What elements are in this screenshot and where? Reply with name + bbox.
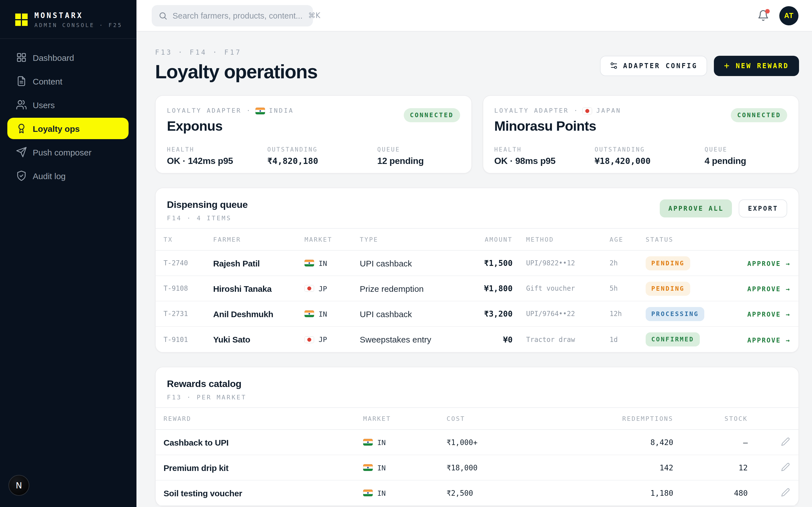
market-code: JP — [319, 284, 327, 293]
tx-id: T-2740 — [163, 259, 213, 267]
market-code: IN — [377, 438, 386, 446]
adapter-eyebrow-text: LOYALTY ADAPTER · — [167, 107, 252, 114]
market-code: IN — [319, 309, 327, 318]
market-cell: JP — [305, 284, 360, 293]
edit-reward-button[interactable] — [780, 488, 791, 498]
age: 2h — [610, 259, 646, 267]
amount: ¥0 — [460, 335, 513, 344]
audit-icon — [16, 170, 27, 181]
flag-jp-icon — [583, 107, 592, 114]
logo-text: MONSTARX ADMIN CONSOLE · F25 — [35, 11, 122, 28]
adapter-config-button[interactable]: ADAPTER CONFIG — [600, 55, 707, 76]
sidebar-item-label: Audit log — [33, 171, 66, 180]
page-header-left: F13 · F14 · F17 Loyalty operations — [155, 48, 317, 83]
amount: ₹1,500 — [460, 259, 513, 268]
search-icon — [158, 11, 167, 20]
sidebar-item-loyalty-ops[interactable]: Loyalty ops — [7, 118, 129, 139]
amount: ₹3,200 — [460, 309, 513, 318]
plus-icon: + — [724, 60, 731, 71]
approve-button[interactable]: APPROVE → — [748, 260, 791, 268]
nextjs-dev-button[interactable]: N — [8, 475, 29, 496]
adapter-card: LOYALTY ADAPTER ·JAPANMinorasu PointsCON… — [483, 95, 799, 173]
farmer-name: Hiroshi Tanaka — [213, 284, 305, 293]
approve-button[interactable]: APPROVE → — [748, 336, 791, 344]
sidebar-item-content[interactable]: Content — [7, 70, 129, 92]
export-button[interactable]: EXPORT — [739, 200, 787, 217]
adapter-stat: OUTSTANDING¥18,420,000 — [595, 146, 705, 166]
adapter-country: INDIA — [269, 107, 294, 114]
stat-value: 12 pending — [377, 156, 460, 166]
sidebar-nav: DashboardContentUsersLoyalty opsPush com… — [0, 39, 137, 186]
flag-in-icon — [363, 464, 373, 471]
redemptions: 1,180 — [588, 489, 673, 497]
app-subtitle: ADMIN CONSOLE · F25 — [35, 22, 122, 28]
market-cell: IN — [363, 438, 447, 446]
cost: ₹1,000+ — [447, 438, 588, 446]
age: 12h — [610, 310, 646, 318]
market-cell: IN — [363, 463, 447, 472]
queue-actions: APPROVE ALL EXPORT — [660, 200, 787, 217]
stock: 480 — [673, 489, 748, 497]
flag-jp-icon — [305, 285, 314, 292]
queue-row: T-9108Hiroshi TanakaJPPrize redemption¥1… — [156, 276, 799, 301]
new-reward-button[interactable]: + NEW REWARD — [714, 55, 799, 76]
sidebar-item-push-composer[interactable]: Push composer — [7, 142, 129, 163]
cost: ₹18,000 — [447, 463, 588, 472]
adapter-stat: QUEUE12 pending — [377, 146, 460, 166]
adapter-card: LOYALTY ADAPTER ·INDIAExponusCONNECTEDHE… — [155, 95, 472, 173]
method: UPI/9764••22 — [513, 310, 610, 318]
status-cell: CONFIRMED — [646, 332, 730, 346]
status-cell: PROCESSING — [646, 307, 730, 321]
stat-label: OUTSTANDING — [267, 146, 377, 153]
method: Gift voucher — [513, 284, 610, 292]
stock: – — [673, 438, 748, 447]
notifications-button[interactable] — [757, 9, 769, 22]
loyalty-icon — [16, 123, 27, 134]
approve-all-button[interactable]: APPROVE ALL — [660, 200, 732, 217]
sliders-icon — [610, 61, 618, 70]
edit-reward-button[interactable] — [780, 437, 791, 447]
adapter-stat: OUTSTANDING₹4,820,180 — [267, 146, 377, 166]
column-header: MARKET — [363, 415, 447, 422]
adapter-stat: QUEUE4 pending — [705, 146, 787, 166]
reward-type: UPI cashback — [360, 309, 460, 319]
logo-grid-icon — [15, 13, 28, 26]
reward-type: UPI cashback — [360, 258, 460, 268]
approve-button[interactable]: APPROVE → — [748, 285, 791, 293]
approve-button[interactable]: APPROVE → — [748, 311, 791, 318]
reward-name: Soil testing voucher — [163, 488, 363, 498]
avatar[interactable]: AT — [779, 6, 799, 25]
market-cell: IN — [363, 489, 447, 497]
column-header: FARMER — [213, 236, 305, 243]
status-pill: PROCESSING — [646, 307, 704, 321]
reward-name: Premium drip kit — [163, 463, 363, 472]
stat-value: 4 pending — [705, 156, 787, 166]
market-cell: IN — [305, 309, 360, 318]
adapter-country: JAPAN — [596, 107, 621, 114]
edit-reward-button[interactable] — [780, 462, 791, 473]
page-title: Loyalty operations — [155, 61, 317, 83]
page-content: F13 · F14 · F17 Loyalty operations ADAPT… — [137, 32, 812, 507]
status-pill: CONFIRMED — [646, 332, 700, 346]
market-code: IN — [377, 489, 386, 497]
sidebar-item-dashboard[interactable]: Dashboard — [7, 47, 129, 68]
catalog-table-body: Cashback to UPIIN₹1,000+8,420–Premium dr… — [156, 430, 799, 506]
stat-value: ₹4,820,180 — [267, 156, 377, 166]
sidebar-item-audit-log[interactable]: Audit log — [7, 165, 129, 186]
farmer-name: Anil Deshmukh — [213, 309, 305, 319]
breadcrumb: F13 · F14 · F17 — [155, 48, 317, 56]
queue-table-header: TXFARMERMARKETTYPEAMOUNTMETHODAGESTATUS — [156, 228, 799, 251]
tx-id: T-2731 — [163, 310, 213, 318]
stat-label: HEALTH — [167, 146, 267, 153]
new-reward-label: NEW REWARD — [736, 62, 789, 69]
column-header: COST — [447, 415, 588, 422]
queue-row: T-2740Rajesh PatilINUPI cashback₹1,500UP… — [156, 251, 799, 276]
stock: 12 — [673, 463, 748, 472]
sidebar-item-users[interactable]: Users — [7, 94, 129, 115]
status-badge: CONNECTED — [404, 108, 460, 122]
method: Tractor draw — [513, 335, 610, 343]
tx-id: T-9108 — [163, 284, 213, 292]
search-input[interactable]: Search farmers, products, content... ⌘K — [152, 5, 313, 26]
redemptions: 142 — [588, 463, 673, 472]
sidebar-item-label: Content — [33, 76, 62, 86]
